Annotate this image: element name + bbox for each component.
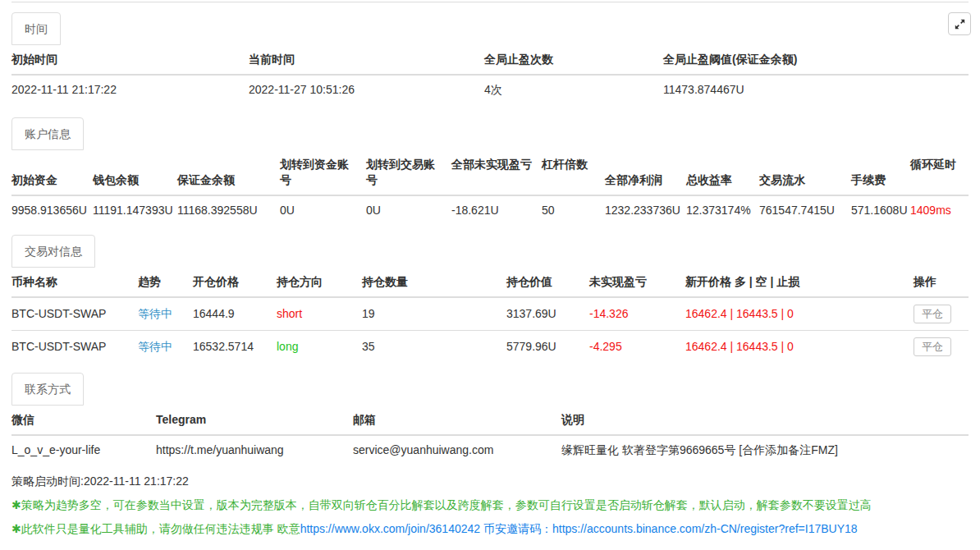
top-divider [11, 2, 969, 2]
cell-loop-delay: 1409ms [910, 195, 969, 225]
header-tp-threshold: 全局止盈阈值(保证金余额) [663, 45, 969, 75]
page: 时间 初始时间 当前时间 全局止盈次数 全局止盈阈值(保证金余额) 2022-1… [0, 2, 980, 550]
strategy-note: ✱策略为趋势多空，可在参数当中设置，版本为完整版本，自带双向斩仓百分比解套以及跨… [11, 497, 969, 513]
cell-amount: 35 [362, 331, 506, 364]
cell-initial-funds: 9958.913656U [11, 195, 93, 225]
strategy-start-time: 策略启动时间:2022-11-11 21:17:22 [11, 473, 969, 489]
header-email: 邮箱 [353, 406, 561, 435]
header-direction: 持仓方向 [277, 268, 362, 297]
cell-action: 平仓 [914, 331, 969, 364]
header-transfer-trading: 划转到交易账号 [366, 150, 451, 195]
tab-pairs[interactable]: 交易对信息 [11, 235, 95, 268]
account-header-row: 初始资金 钱包余额 保证金余额 划转到资金账号 划转到交易账号 全部未实现盈亏 … [11, 150, 969, 195]
cell-position-value: 3137.69U [506, 297, 589, 331]
time-header-row: 初始时间 当前时间 全局止盈次数 全局止盈阈值(保证金余额) [11, 45, 969, 75]
header-position-value: 持仓价值 [506, 268, 589, 297]
cell-direction: long [277, 331, 362, 364]
cell-unrealized-pnl: -18.621U [451, 195, 542, 225]
header-transfer-funding: 划转到资金账号 [280, 150, 366, 195]
cell-transfer-funding: 0U [280, 195, 366, 225]
header-initial-funds: 初始资金 [11, 150, 93, 195]
header-trend: 趋势 [138, 268, 193, 297]
account-section: 账户信息 初始资金 钱包余额 保证金余额 划转到资金账号 划转到交易账号 全部未… [11, 117, 969, 225]
cell-trend-status: 等待中 [138, 297, 193, 331]
cell-current-time: 2022-11-27 10:51:26 [249, 75, 484, 104]
cell-trade-volume: 761547.7415U [759, 195, 851, 225]
cell-open-price: 16532.5714 [193, 331, 277, 364]
header-total-return: 总收益率 [686, 150, 759, 195]
close-position-button[interactable]: 平仓 [914, 305, 951, 323]
cell-trend-status: 等待中 [138, 331, 193, 364]
header-current-time: 当前时间 [249, 45, 484, 75]
header-tp-count: 全局止盈次数 [484, 45, 663, 75]
header-new-open-price: 新开价格 多 | 空 | 止损 [685, 268, 914, 297]
time-table: 初始时间 当前时间 全局止盈次数 全局止盈阈值(保证金余额) 2022-11-1… [11, 45, 969, 104]
pair-row: BTC-USDT-SWAP 等待中 16532.5714 long 35 577… [11, 331, 969, 364]
cell-symbol: BTC-USDT-SWAP [11, 331, 138, 364]
header-wallet-balance: 钱包余额 [93, 150, 177, 195]
account-data-row: 9958.913656U 11191.147393U 11168.392558U… [11, 195, 969, 225]
pairs-section: 交易对信息 币种名称 趋势 开仓价格 持仓方向 持仓数量 持仓价值 未实现盈亏 … [11, 235, 969, 363]
tab-time[interactable]: 时间 [11, 12, 61, 45]
header-trade-volume: 交易流水 [759, 150, 851, 195]
cell-direction: short [277, 297, 362, 331]
account-table: 初始资金 钱包余额 保证金余额 划转到资金账号 划转到交易账号 全部未实现盈亏 … [11, 150, 969, 225]
pairs-table: 币种名称 趋势 开仓价格 持仓方向 持仓数量 持仓价值 未实现盈亏 新开价格 多… [11, 268, 969, 363]
header-unrealized: 未实现盈亏 [589, 268, 685, 297]
header-symbol: 币种名称 [11, 268, 138, 297]
cell-action: 平仓 [914, 297, 969, 331]
disclaimer-text: ✱此软件只是量化工具辅助，请勿做任何违法违规事 欧意 [11, 522, 300, 535]
cell-leverage: 50 [542, 195, 605, 225]
okx-invite-link[interactable]: https://www.okx.com/join/36140242 [300, 522, 480, 535]
header-open-price: 开仓价格 [193, 268, 277, 297]
cell-margin-balance: 11168.392558U [177, 195, 280, 225]
header-unrealized-pnl: 全部未实现盈亏 [451, 150, 542, 195]
cell-symbol: BTC-USDT-SWAP [11, 297, 138, 331]
tab-contact[interactable]: 联系方式 [11, 373, 84, 406]
pair-row: BTC-USDT-SWAP 等待中 16444.9 short 19 3137.… [11, 297, 969, 331]
cell-telegram: https://t.me/yuanhuiwang [156, 435, 353, 465]
header-margin-balance: 保证金余额 [177, 150, 280, 195]
header-net-profit: 全部净利润 [605, 150, 686, 195]
cell-description: 缘辉旺量化 软著登字第9669665号 [合作添加备注FMZ] [561, 435, 969, 465]
binance-invite-label: 币安邀请码： [480, 522, 552, 535]
header-initial-time: 初始时间 [11, 45, 249, 75]
cell-tp-count: 4次 [484, 75, 663, 104]
cell-fees: 571.1608U [851, 195, 910, 225]
close-position-button[interactable]: 平仓 [914, 337, 951, 356]
header-wechat: 微信 [11, 406, 156, 435]
pairs-header-row: 币种名称 趋势 开仓价格 持仓方向 持仓数量 持仓价值 未实现盈亏 新开价格 多… [11, 268, 969, 297]
header-fees: 手续费 [851, 150, 910, 195]
contact-table: 微信 Telegram 邮箱 说明 L_o_v_e-your-life http… [11, 406, 969, 465]
contact-header-row: 微信 Telegram 邮箱 说明 [11, 406, 969, 435]
cell-transfer-trading: 0U [366, 195, 451, 225]
cell-tp-threshold: 11473.874467U [663, 75, 969, 104]
header-telegram: Telegram [156, 406, 353, 435]
header-amount: 持仓数量 [362, 268, 506, 297]
header-description: 说明 [561, 406, 969, 435]
cell-open-price: 16444.9 [193, 297, 277, 331]
cell-amount: 19 [362, 297, 506, 331]
cell-new-open-price: 16462.4 | 16443.5 | 0 [685, 331, 914, 364]
time-data-row: 2022-11-11 21:17:22 2022-11-27 10:51:26 … [11, 75, 969, 104]
cell-wallet-balance: 11191.147393U [93, 195, 177, 225]
expand-arrows-icon [955, 19, 965, 30]
cell-position-value: 5779.96U [506, 331, 589, 364]
header-leverage: 杠杆倍数 [542, 150, 605, 195]
cell-unrealized: -4.295 [589, 331, 685, 364]
binance-invite-link[interactable]: https://accounts.binance.com/zh-CN/regis… [552, 522, 858, 535]
cell-email: service@yuanhuiwang.com [353, 435, 561, 465]
cell-unrealized: -14.326 [589, 297, 685, 331]
disclaimer-note: ✱此软件只是量化工具辅助，请勿做任何违法违规事 欧意https://www.ok… [11, 520, 969, 537]
tab-account[interactable]: 账户信息 [11, 117, 84, 150]
expand-button[interactable] [948, 12, 971, 35]
cell-net-profit: 1232.233736U [605, 195, 686, 225]
contact-data-row: L_o_v_e-your-life https://t.me/yuanhuiwa… [11, 435, 969, 465]
contact-section: 联系方式 微信 Telegram 邮箱 说明 L_o_v_e-your-life… [11, 373, 969, 465]
cell-new-open-price: 16462.4 | 16443.5 | 0 [685, 297, 914, 331]
time-section: 时间 初始时间 当前时间 全局止盈次数 全局止盈阈值(保证金余额) 2022-1… [11, 12, 969, 104]
cell-total-return: 12.373174% [686, 195, 759, 225]
header-loop-delay: 循环延时 [910, 150, 969, 195]
header-action: 操作 [914, 268, 969, 297]
cell-wechat: L_o_v_e-your-life [11, 435, 156, 465]
